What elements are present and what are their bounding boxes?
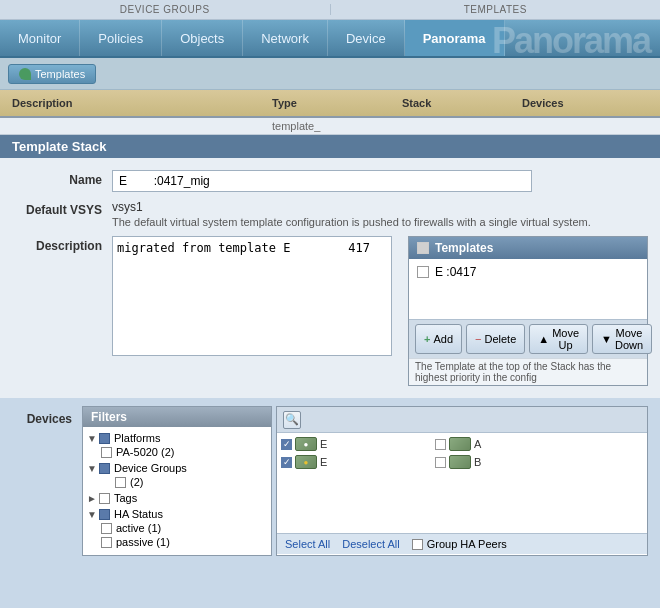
search-button[interactable]: 🔍 — [283, 411, 301, 429]
ha-active-dot: ● — [304, 440, 309, 449]
templates-header-checkbox[interactable] — [417, 242, 429, 254]
device-e-left-icon: ● — [295, 437, 317, 451]
device-groups-label: DEVICE GROUPS — [120, 4, 210, 15]
section-labels: DEVICE GROUPS TEMPLATES — [0, 0, 660, 20]
delete-icon: − — [475, 333, 481, 345]
device-e-right-name: E — [320, 456, 327, 468]
group-ha-peers-group: Group HA Peers — [412, 538, 507, 550]
move-up-button[interactable]: ▲ Move Up — [529, 324, 588, 354]
select-all-link[interactable]: Select All — [285, 538, 330, 550]
ha-checkbox[interactable] — [99, 509, 110, 520]
templates-panel-header: Templates — [409, 237, 647, 259]
filter-dg-row: ▼ Device Groups — [87, 461, 267, 475]
pa5020-label: PA-5020 (2) — [116, 446, 175, 458]
ha-label: HA Status — [114, 508, 163, 520]
device-e-left-name: E — [320, 438, 327, 450]
dg-checkbox[interactable] — [99, 463, 110, 474]
device-entry-e-left: ● E — [281, 437, 431, 451]
filter-group-platforms: ▼ Platforms PA-5020 (2) — [87, 431, 267, 459]
filter-group-ha: ▼ HA Status active (1) passive (1) — [87, 507, 267, 549]
device-a-checkbox[interactable] — [435, 439, 446, 450]
filter-tags-row: ► Tags — [87, 491, 267, 505]
filter-ha-row: ▼ HA Status — [87, 507, 267, 521]
tags-checkbox[interactable] — [99, 493, 110, 504]
ha-expand[interactable]: ▼ — [87, 509, 95, 520]
filter-active-row: active (1) — [87, 521, 267, 535]
filter-platforms-row: ▼ Platforms — [87, 431, 267, 445]
device-b-checkbox[interactable] — [435, 457, 446, 468]
col-devices: Devices — [514, 97, 614, 109]
device-e-right-icon: ● — [295, 455, 317, 469]
templates-list: E :0417 — [409, 259, 647, 319]
group-ha-peers-checkbox[interactable] — [412, 539, 423, 550]
templates-actions: + Add − Delete ▲ Move Up ▼ Move Down — [409, 319, 647, 358]
templates-note: The Template at the top of the Stack has… — [409, 358, 647, 385]
tab-monitor[interactable]: Monitor — [0, 20, 80, 56]
desc-label: Description — [12, 236, 112, 253]
device-entry-b: B — [435, 455, 585, 469]
filters-panel: Filters ▼ Platforms PA-5020 (2) — [82, 406, 272, 556]
name-label: Name — [12, 170, 112, 187]
dg-expand[interactable]: ▼ — [87, 463, 95, 474]
tab-objects[interactable]: Objects — [162, 20, 243, 56]
passive-checkbox[interactable] — [101, 537, 112, 548]
dg-label: Device Groups — [114, 462, 187, 474]
form-area: Name Default VSYS vsys1 The default virt… — [0, 158, 660, 398]
dg-blank-checkbox[interactable] — [115, 477, 126, 488]
tab-network[interactable]: Network — [243, 20, 328, 56]
name-input[interactable] — [112, 170, 532, 192]
devices-row: Devices Filters ▼ Platforms PA-5020 (2) — [0, 402, 660, 560]
devices-label: Devices — [12, 406, 82, 556]
platforms-checkbox[interactable] — [99, 433, 110, 444]
device-a-icon — [449, 437, 471, 451]
device-e-left-checkbox[interactable] — [281, 439, 292, 450]
templates-panel: Templates E :0417 + Add − Del — [408, 236, 648, 386]
filter-group-tags: ► Tags — [87, 491, 267, 505]
type-value-row: template_ — [0, 118, 660, 135]
template-item[interactable]: E :0417 — [413, 263, 643, 281]
col-description: Description — [4, 97, 264, 109]
filter-pa5020-row: PA-5020 (2) — [87, 445, 267, 459]
ha-warn-dot: ● — [304, 458, 309, 467]
tags-label: Tags — [114, 492, 137, 504]
device-entry-a: A — [435, 437, 585, 451]
template-item-checkbox[interactable] — [417, 266, 429, 278]
tab-panorama[interactable]: Panorama — [405, 20, 505, 56]
filters-header: Filters — [83, 407, 271, 427]
platforms-expand[interactable]: ▼ — [87, 433, 95, 444]
device-b-name: B — [474, 456, 481, 468]
pa5020-checkbox[interactable] — [101, 447, 112, 458]
dialog-title: Template Stack — [0, 135, 660, 158]
move-down-button[interactable]: ▼ Move Down — [592, 324, 652, 354]
device-e-right-checkbox[interactable] — [281, 457, 292, 468]
col-stack: Stack — [394, 97, 514, 109]
device-entry-e-right: ● E — [281, 455, 431, 469]
add-template-button[interactable]: + Add — [415, 324, 462, 354]
template-stack-dialog: Template Stack Name Default VSYS vsys1 T… — [0, 135, 660, 560]
filter-passive-row: passive (1) — [87, 535, 267, 549]
active-checkbox[interactable] — [101, 523, 112, 534]
device-list-body: ● E A ● E — [277, 433, 647, 533]
template-item-label: E :0417 — [435, 265, 476, 279]
col-type: Type — [264, 97, 394, 109]
deselect-all-link[interactable]: Deselect All — [342, 538, 399, 550]
name-row: Name — [0, 166, 660, 196]
filter-group-device-groups: ▼ Device Groups (2) — [87, 461, 267, 489]
vsys-label: Default VSYS — [12, 200, 112, 217]
delete-template-button[interactable]: − Delete — [466, 324, 525, 354]
device-list-footer: Select All Deselect All Group HA Peers — [277, 533, 647, 554]
desc-templates-row: Description migrated from template E 417… — [0, 232, 660, 390]
templates-subnav-label: Templates — [35, 68, 85, 80]
tags-expand[interactable]: ► — [87, 493, 95, 504]
filters-body: ▼ Platforms PA-5020 (2) ▼ Device Groups — [83, 427, 271, 555]
vsys-row: Default VSYS vsys1 The default virtual s… — [0, 196, 660, 232]
description-textarea[interactable]: migrated from template E 417 — [112, 236, 392, 356]
main-nav: Monitor Policies Objects Network Device … — [0, 20, 660, 58]
move-up-icon: ▲ — [538, 333, 549, 345]
templates-subnav-btn[interactable]: Templates — [8, 64, 96, 84]
active-label: active (1) — [116, 522, 161, 534]
tab-device[interactable]: Device — [328, 20, 405, 56]
panorama-watermark: Panorama — [492, 20, 650, 62]
tab-policies[interactable]: Policies — [80, 20, 162, 56]
add-icon: + — [424, 333, 430, 345]
